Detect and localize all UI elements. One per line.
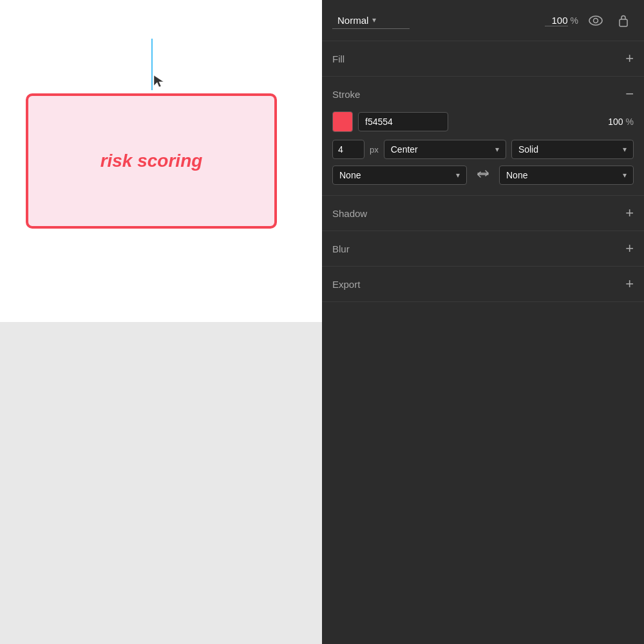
stroke-width-input[interactable] xyxy=(332,140,365,159)
shadow-section: Shadow + xyxy=(322,196,644,231)
blend-mode-label: Normal xyxy=(337,15,368,26)
lock-button[interactable] xyxy=(613,12,634,30)
risk-scoring-box[interactable]: risk scoring xyxy=(26,93,277,229)
fill-section-header: Fill + xyxy=(332,41,634,76)
stroke-section-title: Stroke xyxy=(332,89,360,100)
fill-section: Fill + xyxy=(322,41,644,77)
stroke-row2: px Center ▾ Solid ▾ xyxy=(332,140,634,159)
sections-container: Fill + Stroke − 100 % xyxy=(322,41,644,644)
stroke-start-select[interactable]: None ▾ xyxy=(332,166,467,185)
stroke-content: 100 % px Center ▾ Solid ▾ xyxy=(332,111,634,195)
export-section-header: Export + xyxy=(332,267,634,301)
stroke-swap-button[interactable] xyxy=(472,166,494,185)
stroke-end-select[interactable]: None ▾ xyxy=(499,166,634,185)
stroke-opacity-row: 100 % xyxy=(600,117,634,127)
blend-mode-chevron: ▾ xyxy=(372,15,376,24)
stroke-section-header: Stroke − xyxy=(332,77,634,111)
stroke-end-label: None xyxy=(506,170,527,180)
blur-section: Blur + xyxy=(322,231,644,267)
blur-add-button[interactable]: + xyxy=(625,242,634,256)
stroke-opacity-value: 100 xyxy=(600,117,623,127)
export-add-button[interactable]: + xyxy=(625,277,634,291)
stroke-opacity-unit: % xyxy=(626,117,634,127)
export-section: Export + xyxy=(322,267,644,302)
fill-section-title: Fill xyxy=(332,53,345,64)
top-bar: Normal ▾ 100 % xyxy=(322,0,644,41)
svg-point-0 xyxy=(589,16,602,25)
opacity-area: 100 % xyxy=(545,15,578,26)
stroke-hex-input[interactable] xyxy=(358,112,448,131)
blur-section-header: Blur + xyxy=(332,231,634,266)
stroke-style-label: Solid xyxy=(518,144,538,155)
stroke-row3: None ▾ None ▾ xyxy=(332,166,634,185)
blend-mode-select[interactable]: Normal ▾ xyxy=(332,12,410,29)
stroke-section: Stroke − 100 % px Cen xyxy=(322,77,644,196)
opacity-value[interactable]: 100 xyxy=(545,15,568,26)
visibility-button[interactable] xyxy=(583,13,608,28)
risk-scoring-label: risk scoring xyxy=(100,151,203,171)
fill-add-button[interactable]: + xyxy=(625,52,634,66)
stroke-unit: px xyxy=(370,145,379,155)
stroke-end-chevron: ▾ xyxy=(623,171,627,180)
canvas-top: risk scoring xyxy=(0,0,322,322)
opacity-unit: % xyxy=(571,15,578,26)
stroke-align-chevron: ▾ xyxy=(495,145,499,154)
stroke-align-select[interactable]: Center ▾ xyxy=(384,140,506,159)
shadow-section-title: Shadow xyxy=(332,208,367,219)
svg-point-1 xyxy=(594,18,598,23)
stroke-row1: 100 % xyxy=(332,111,634,132)
stroke-align-label: Center xyxy=(391,144,418,155)
stroke-color-swatch[interactable] xyxy=(332,111,353,132)
stroke-start-label: None xyxy=(339,170,361,180)
stroke-start-chevron: ▾ xyxy=(456,171,460,180)
canvas-bottom xyxy=(0,322,322,644)
svg-rect-2 xyxy=(620,19,627,26)
stroke-style-select[interactable]: Solid ▾ xyxy=(511,140,634,159)
canvas-area: risk scoring xyxy=(0,0,322,644)
stroke-style-chevron: ▾ xyxy=(623,145,627,154)
export-section-title: Export xyxy=(332,279,360,290)
right-panel: Normal ▾ 100 % Fill + xyxy=(322,0,644,644)
shadow-section-header: Shadow + xyxy=(332,196,634,231)
blur-section-title: Blur xyxy=(332,243,350,254)
stroke-minus-button[interactable]: − xyxy=(625,87,634,101)
shadow-add-button[interactable]: + xyxy=(625,206,634,220)
